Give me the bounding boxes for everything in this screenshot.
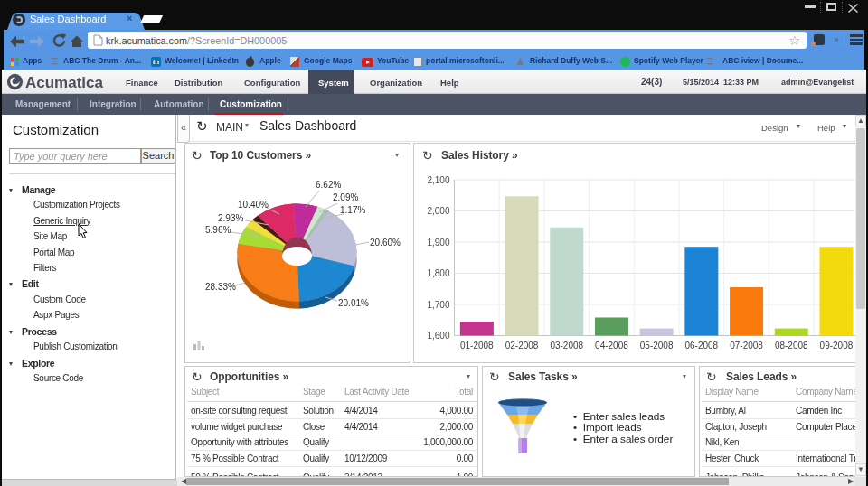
svg-text:2.09%: 2.09% — [333, 192, 358, 202]
svg-text:04-2008: 04-2008 — [595, 341, 628, 350]
svg-text:28.33%: 28.33% — [205, 282, 236, 292]
svg-text:1,600: 1,600 — [427, 331, 449, 341]
svg-text:10.40%: 10.40% — [238, 200, 269, 210]
svg-text:1.17%: 1.17% — [340, 205, 365, 215]
svg-text:07-2008: 07-2008 — [730, 341, 763, 350]
svg-text:1,700: 1,700 — [427, 300, 449, 310]
svg-text:2,100: 2,100 — [427, 175, 449, 185]
svg-text:08-2008: 08-2008 — [775, 341, 808, 350]
svg-text:2.93%: 2.93% — [218, 213, 243, 223]
svg-text:2,000: 2,000 — [427, 206, 449, 216]
svg-text:6.62%: 6.62% — [316, 180, 341, 190]
svg-text:20.60%: 20.60% — [370, 238, 401, 248]
svg-text:06-2008: 06-2008 — [684, 341, 718, 350]
svg-text:05-2008: 05-2008 — [640, 341, 674, 350]
svg-text:02-2008: 02-2008 — [505, 341, 539, 350]
svg-text:09-2008: 09-2008 — [820, 341, 854, 350]
svg-text:5.96%: 5.96% — [205, 225, 231, 235]
svg-text:01-2008: 01-2008 — [460, 341, 494, 350]
svg-text:1,800: 1,800 — [427, 268, 449, 278]
svg-text:03-2008: 03-2008 — [550, 341, 583, 350]
svg-text:1,900: 1,900 — [427, 238, 449, 248]
svg-text:20.01%: 20.01% — [338, 298, 369, 308]
